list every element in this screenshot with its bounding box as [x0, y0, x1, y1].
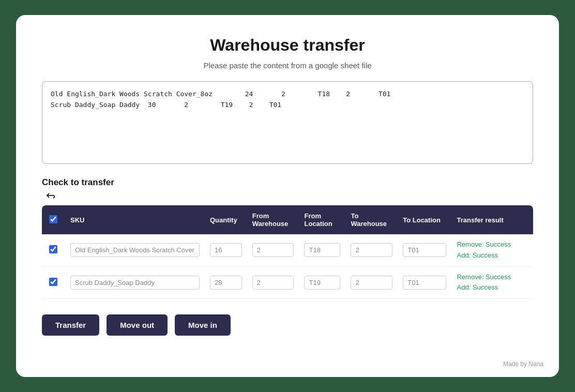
row-tw-0: [345, 234, 398, 266]
row-fw-input-1[interactable]: [252, 276, 294, 290]
row-result-line1-0: Remove: Success: [457, 240, 511, 248]
row-fl-1: [299, 266, 345, 299]
main-card: Warehouse transfer Please paste the cont…: [16, 15, 559, 377]
row-tw-input-0[interactable]: [351, 243, 392, 257]
row-sku-input-0[interactable]: [70, 243, 200, 257]
row-qty-1: [205, 266, 247, 299]
buttons-row: Transfer Move out Move in: [42, 314, 533, 336]
row-result-line2-0: Add: Success: [457, 251, 498, 259]
row-fl-input-1[interactable]: [304, 276, 340, 290]
check-label: Check to transfer: [42, 177, 533, 188]
row-sku-1: [65, 266, 205, 299]
arrow-wrapper: ↩: [42, 189, 533, 202]
row-checkbox-1[interactable]: [49, 278, 57, 286]
row-qty-input-0[interactable]: [210, 243, 242, 257]
row-checkbox-0[interactable]: [49, 245, 57, 253]
row-tw-input-1[interactable]: [351, 276, 392, 290]
move-in-button[interactable]: Move in: [175, 314, 231, 336]
row-tl-0: [398, 234, 451, 266]
row-tl-1: [398, 266, 451, 299]
page-title: Warehouse transfer: [42, 36, 533, 55]
header-from-location: FromLocation: [299, 205, 345, 234]
select-all-checkbox[interactable]: [49, 215, 57, 223]
row-qty-input-1[interactable]: [210, 276, 242, 290]
row-result-text-1: Remove: Success Add: Success: [457, 272, 528, 294]
row-qty-0: [205, 234, 247, 266]
header-quantity: Quantity: [205, 205, 247, 234]
row-checkbox-cell-1: [42, 266, 65, 299]
row-fl-input-0[interactable]: [304, 243, 340, 257]
row-result-line1-1: Remove: Success: [457, 273, 511, 281]
row-sku-input-1[interactable]: [70, 276, 200, 290]
table-row: Remove: Success Add: Success: [42, 234, 533, 266]
made-by: Made by Nana: [503, 360, 543, 368]
row-tl-input-0[interactable]: [403, 243, 446, 257]
page-subtitle: Please paste the content from a google s…: [42, 61, 533, 70]
row-result-line2-1: Add: Success: [457, 283, 498, 291]
header-sku: SKU: [65, 205, 205, 234]
row-tw-1: [345, 266, 398, 299]
header-from-warehouse: FromWarehouse: [247, 205, 299, 234]
transfer-button[interactable]: Transfer: [42, 314, 99, 336]
row-result-0: Remove: Success Add: Success: [451, 234, 533, 266]
row-result-text-0: Remove: Success Add: Success: [457, 239, 528, 261]
row-sku-0: [65, 234, 205, 266]
row-fw-0: [247, 234, 299, 266]
paste-textarea[interactable]: Old English_Dark Woods Scratch Cover_8oz…: [42, 81, 533, 164]
row-result-1: Remove: Success Add: Success: [451, 266, 533, 299]
row-tl-input-1[interactable]: [403, 276, 446, 290]
move-out-button[interactable]: Move out: [107, 314, 168, 336]
row-fw-1: [247, 266, 299, 299]
row-checkbox-cell-0: [42, 234, 65, 266]
table-row: Remove: Success Add: Success: [42, 266, 533, 299]
header-checkbox-cell: [42, 205, 65, 234]
header-to-location: To Location: [398, 205, 451, 234]
arrow-icon: ↩: [46, 189, 55, 202]
header-transfer-result: Transfer result: [451, 205, 533, 234]
row-fw-input-0[interactable]: [252, 243, 294, 257]
header-to-warehouse: ToWarehouse: [345, 205, 398, 234]
transfer-table: SKU Quantity FromWarehouse FromLocation …: [42, 205, 533, 299]
row-fl-0: [299, 234, 345, 266]
